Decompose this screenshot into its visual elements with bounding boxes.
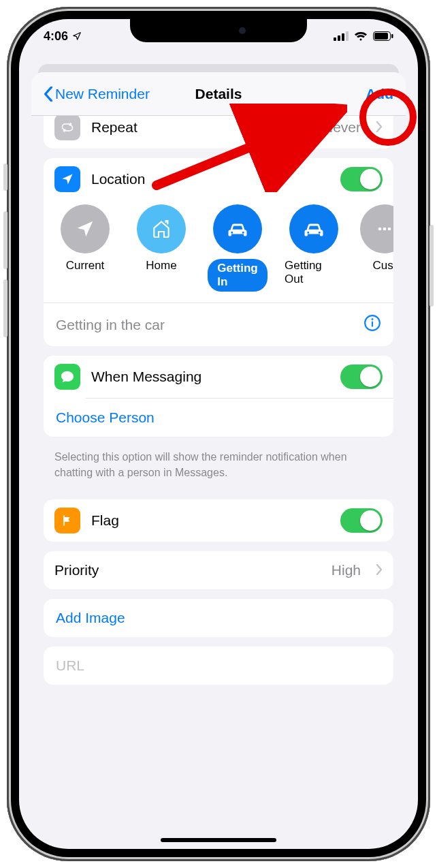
svg-rect-1	[338, 35, 340, 41]
home-indicator[interactable]	[161, 838, 276, 842]
battery-icon	[373, 31, 393, 41]
repeat-label: Repeat	[91, 119, 312, 136]
back-button[interactable]: New Reminder	[44, 86, 150, 102]
navigation-bar: New Reminder Details Add	[31, 72, 406, 116]
svg-point-8	[383, 228, 387, 231]
add-image-button[interactable]: Add Image	[44, 599, 393, 637]
location-group: Location Current	[44, 158, 393, 346]
more-icon	[360, 204, 393, 253]
flag-label: Flag	[91, 512, 329, 529]
location-option-getting-in[interactable]: Getting In	[208, 204, 267, 292]
details-sheet: New Reminder Details Add Repeat Never	[31, 72, 406, 837]
location-option-label: Current	[66, 259, 105, 273]
priority-group: Priority High	[44, 551, 393, 589]
repeat-group: Repeat Never	[44, 116, 393, 149]
flag-row[interactable]: Flag	[44, 499, 393, 542]
url-input[interactable]: URL	[44, 647, 393, 685]
chevron-right-icon	[376, 562, 383, 578]
priority-value: High	[331, 562, 361, 578]
location-option-getting-out[interactable]: Getting Out	[285, 204, 343, 286]
location-option-label: Home	[146, 259, 176, 273]
when-messaging-row[interactable]: When Messaging	[44, 356, 393, 398]
repeat-row[interactable]: Repeat Never	[44, 116, 393, 149]
location-services-icon	[72, 31, 82, 41]
back-label: New Reminder	[55, 86, 150, 102]
cellular-icon	[334, 31, 349, 41]
svg-rect-6	[391, 34, 393, 38]
location-icon	[54, 166, 80, 192]
svg-point-12	[372, 319, 372, 320]
priority-row[interactable]: Priority High	[44, 551, 393, 589]
location-option-label: Cust	[373, 259, 393, 273]
messages-icon	[54, 364, 80, 390]
url-group: URL	[44, 647, 393, 685]
status-time: 4:06	[44, 29, 68, 44]
wifi-icon	[354, 31, 368, 41]
add-image-group: Add Image	[44, 599, 393, 637]
flag-group: Flag	[44, 499, 393, 542]
location-option-current[interactable]: Current	[56, 204, 114, 273]
car-icon	[213, 204, 262, 253]
url-placeholder: URL	[56, 657, 84, 673]
location-option-label: Getting In	[208, 259, 268, 292]
location-toggle[interactable]	[340, 167, 383, 191]
location-description: Getting in the car	[56, 317, 165, 333]
location-option-label: Getting Out	[285, 259, 343, 286]
current-location-icon	[61, 204, 110, 253]
home-icon	[137, 204, 186, 253]
location-option-home[interactable]: Home	[132, 204, 191, 273]
svg-point-7	[378, 228, 382, 231]
messaging-group: When Messaging Choose Person	[44, 356, 393, 437]
info-icon[interactable]	[363, 314, 381, 335]
flag-icon	[54, 508, 80, 533]
car-icon	[289, 204, 338, 253]
location-description-row[interactable]: Getting in the car	[44, 303, 393, 346]
add-button[interactable]: Add	[366, 86, 393, 102]
repeat-value: Never	[323, 119, 361, 136]
messaging-footer: Selecting this option will show the remi…	[31, 446, 406, 490]
location-option-custom[interactable]: Cust	[361, 204, 393, 273]
location-label: Location	[91, 171, 329, 187]
location-row[interactable]: Location	[44, 158, 393, 200]
svg-rect-5	[374, 33, 388, 40]
choose-person-button[interactable]: Choose Person	[44, 399, 393, 437]
flag-toggle[interactable]	[340, 508, 383, 533]
chevron-left-icon	[44, 87, 53, 102]
chevron-right-icon	[376, 119, 383, 136]
svg-rect-0	[334, 37, 336, 41]
when-messaging-label: When Messaging	[91, 369, 329, 385]
location-options[interactable]: Current Home Getting In	[44, 200, 393, 300]
svg-rect-3	[346, 31, 349, 41]
priority-label: Priority	[54, 562, 321, 578]
repeat-icon	[54, 116, 80, 140]
svg-rect-2	[342, 33, 344, 41]
svg-point-9	[388, 228, 391, 231]
when-messaging-toggle[interactable]	[340, 365, 383, 389]
